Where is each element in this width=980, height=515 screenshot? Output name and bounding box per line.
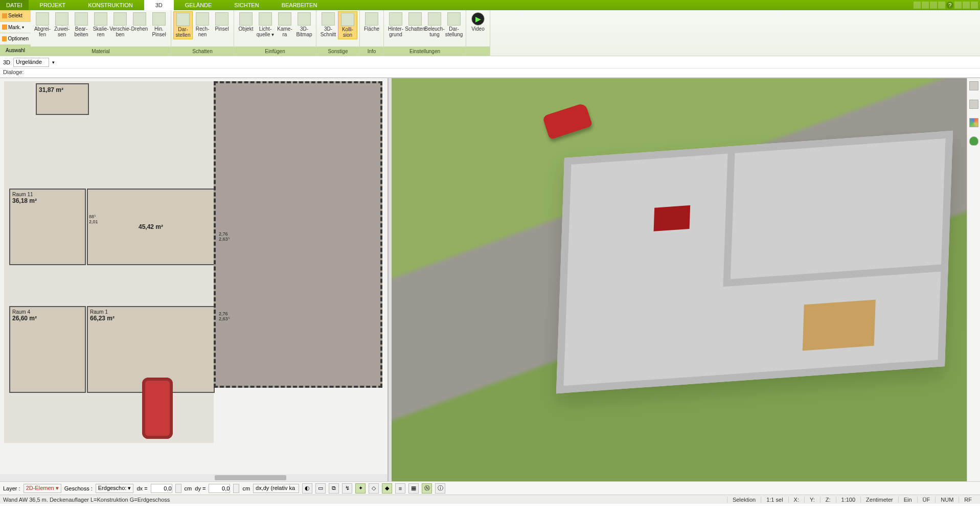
bb-icon-9[interactable]: ▦	[408, 483, 419, 494]
menu-gelaende[interactable]: GELÄNDE	[174, 0, 223, 10]
bb-icon-1[interactable]: ◐	[302, 483, 312, 494]
view-2d[interactable]: 31,87 m²Raum 1136,18 m²45,42 m²Raum 426,…	[0, 78, 389, 481]
geschoss-combo[interactable]: Erdgescho: ▾	[96, 484, 134, 493]
tool-bearbeiten[interactable]: Bear-beiten	[72, 11, 91, 38]
dy-unit: cm	[242, 485, 250, 491]
mark-button[interactable]: Mark.▾	[0, 22, 31, 34]
menu-bearbeiten[interactable]: BEARBEITEN	[270, 0, 329, 10]
dx-spinner[interactable]	[175, 484, 181, 493]
room-name: Raum 1	[90, 309, 212, 315]
room[interactable]: Raum 426,60 m²	[9, 306, 86, 393]
tool-zuweisen[interactable]: Zuwei-sen	[52, 11, 72, 38]
video-icon: ▶	[471, 12, 485, 26]
ribbon-group-video: ▶Video	[466, 10, 490, 56]
pinsel-icon	[215, 12, 229, 26]
schatten-einst-icon	[408, 12, 422, 26]
menu-sichten[interactable]: SICHTEN	[223, 0, 270, 10]
group-label: Sonstige	[316, 46, 359, 56]
tool-flaeche[interactable]: Fläche	[362, 11, 381, 33]
tool-abgreifen[interactable]: Abgrei-fen	[33, 11, 52, 38]
room[interactable]: Raum 1136,18 m²	[9, 189, 86, 265]
dy-input[interactable]	[209, 484, 230, 493]
skalieren-icon	[94, 12, 107, 26]
floorplan-canvas[interactable]: 31,87 m²Raum 1136,18 m²45,42 m²Raum 426,…	[4, 81, 214, 443]
close-icon[interactable]	[971, 2, 978, 9]
bb-icon-3[interactable]: ⧉	[329, 483, 339, 494]
plus-icon	[2, 36, 7, 41]
coord-mode-combo[interactable]: dx,dy (relativ ka	[253, 484, 299, 493]
scrollbar-horizontal[interactable]	[0, 474, 388, 481]
bb-icon-8[interactable]: ≡	[395, 483, 405, 494]
tool-lichtquelle[interactable]: Licht-quelle ▾	[256, 11, 275, 38]
objekt-label: Objekt	[239, 27, 254, 32]
tool-kamera[interactable]: Kame-ra	[275, 11, 294, 38]
video-label: Video	[471, 27, 484, 32]
bb-icon-7[interactable]: ◆	[382, 483, 392, 494]
group-label: Material	[31, 46, 171, 56]
ribbon-group-material: Abgrei-fenZuwei-senBear-beitenSkalie-ren…	[31, 10, 171, 56]
ribbon: Selekt Mark.▾ Optionen Auswahl Abgrei-fe…	[0, 10, 980, 56]
bb-icon-10[interactable]: Ⓝ	[422, 483, 432, 494]
layer-combo[interactable]: 2D-Elemen ▾	[24, 484, 61, 493]
dock-color-icon[interactable]	[969, 118, 978, 127]
dy-spinner[interactable]	[233, 484, 239, 493]
bb-icon-11[interactable]: ⓘ	[435, 483, 445, 494]
flag-icon	[2, 25, 7, 30]
terrain-combo[interactable]: Urgelände	[13, 58, 49, 67]
tool-darstellen[interactable]: Dar-stellen	[173, 11, 193, 39]
bb-icon-5[interactable]: ✦	[355, 483, 366, 494]
scrollbar-thumb[interactable]	[215, 475, 286, 480]
bearbeiten-icon	[75, 12, 88, 26]
garden-area[interactable]	[214, 81, 382, 388]
dock-cube-icon[interactable]	[969, 81, 978, 90]
tool-rechnen[interactable]: Rech-nen	[193, 11, 212, 38]
ribbon-group-schatten: Dar-stellenRech-nenPinselSchatten	[171, 10, 234, 56]
bb-icon-4[interactable]: ↯	[342, 483, 352, 494]
menu-projekt[interactable]: PROJEKT	[29, 0, 77, 10]
chevron-down-icon[interactable]: ▾	[52, 60, 55, 65]
maximize-icon[interactable]	[963, 2, 970, 9]
tool-pinsel[interactable]: Pinsel	[212, 11, 232, 33]
bb-icon-6[interactable]: ◇	[369, 483, 379, 494]
tool-objekt[interactable]: Objekt	[236, 11, 256, 33]
rechnen-label: Rech-nen	[196, 27, 210, 37]
dock-tree-icon[interactable]	[969, 136, 978, 146]
dock-chair-icon[interactable]	[969, 100, 978, 109]
tool-darstellung[interactable]: Dar-stellung	[444, 11, 464, 38]
ribbon-group-einfügen: ObjektLicht-quelle ▾Kame-ra3D-BitmapEinf…	[234, 10, 316, 56]
bottom-toolbar: Layer : 2D-Elemen ▾ Geschoss : Erdgescho…	[0, 481, 980, 495]
view-3d[interactable]	[392, 78, 980, 481]
tool-schatten-einst[interactable]: Schatten	[405, 11, 425, 33]
titlebar-btn-3[interactable]	[930, 2, 937, 9]
dx-input[interactable]	[151, 484, 172, 493]
tool-video[interactable]: ▶Video	[468, 11, 488, 33]
menu-datei[interactable]: DATEI	[0, 0, 29, 10]
titlebar-btn-4[interactable]	[938, 2, 945, 9]
car-2d[interactable]	[142, 378, 173, 439]
bb-icon-2[interactable]: ▭	[315, 483, 326, 494]
room-area: 36,18 m²	[12, 197, 83, 204]
menu-konstruktion[interactable]: KONSTRUKTION	[77, 0, 144, 10]
tool-beleuchtung[interactable]: Beleuch-tung	[425, 11, 444, 38]
minimize-icon[interactable]	[954, 2, 962, 9]
tool-drehen[interactable]: Drehen	[130, 11, 149, 33]
menu-3d[interactable]: 3D	[144, 0, 174, 10]
status-sel-count: 1:1 sel	[761, 497, 788, 503]
tool-3d-schnitt[interactable]: 3D-Schnitt	[318, 11, 338, 38]
tool-skalieren[interactable]: Skalie-ren	[91, 11, 110, 38]
titlebar-btn-1[interactable]	[914, 2, 921, 9]
room[interactable]: 31,87 m²	[36, 83, 89, 115]
tool-3d-bitmap[interactable]: 3D-Bitmap	[294, 11, 314, 38]
tool-kollision[interactable]: Kolli-sion	[338, 11, 357, 39]
house-3d[interactable]	[556, 131, 953, 393]
tool-hin-pinsel[interactable]: Hin.Pinsel	[149, 11, 169, 38]
tool-verschieben[interactable]: Verschie-ben	[110, 11, 130, 38]
optionen-button[interactable]: Optionen	[0, 33, 31, 45]
tool-hintergrund[interactable]: Hinter-grund	[386, 11, 405, 38]
selekt-button[interactable]: Selekt	[0, 10, 31, 22]
kamera-label: Kame-ra	[277, 27, 292, 37]
room[interactable]: 45,42 m²	[87, 189, 215, 265]
titlebar-btn-2[interactable]	[922, 2, 929, 9]
bearbeiten-label: Bear-beiten	[74, 27, 88, 37]
help-icon[interactable]: ?	[946, 2, 953, 9]
